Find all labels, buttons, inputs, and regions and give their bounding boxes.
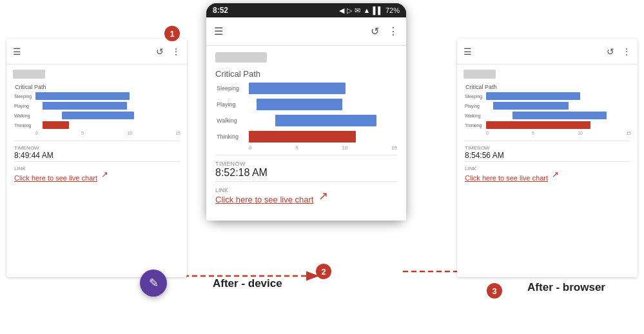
phone-timenow: TIMENOW 8:52:18 AM xyxy=(206,155,406,181)
phone-avatar xyxy=(215,52,267,63)
left-x-axis: 051015 xyxy=(35,131,181,135)
right-menu-icon[interactable]: ☰ xyxy=(463,46,472,57)
left-avatar-row xyxy=(6,64,187,81)
badge-1: 1 xyxy=(164,26,180,41)
badge-2: 2 xyxy=(316,264,331,279)
phone-chart-title: Critical Path xyxy=(215,69,397,79)
phone-link-row: Link Click here to see live chart ↗ xyxy=(206,182,406,208)
right-refresh-icon[interactable]: ↺ xyxy=(607,46,614,57)
left-link-row: Link Click here to see live chart ↗ xyxy=(6,162,187,184)
right-more-icon[interactable]: ⋮ xyxy=(622,46,631,57)
left-chart-title: Critical Path xyxy=(13,84,181,90)
phone-menu-icon[interactable]: ☰ xyxy=(214,25,223,37)
right-x-axis: 051015 xyxy=(486,131,631,135)
left-gantt: Sleeping Playing Walking T xyxy=(13,92,181,135)
right-external-link-icon[interactable]: ↗ xyxy=(552,170,559,179)
annotation-center: After - device xyxy=(213,277,282,290)
right-chart-title: Critical Path xyxy=(463,84,631,90)
annotation-right: After - browser xyxy=(527,281,605,294)
right-chart-area: Critical Path Sleeping Playing Walking xyxy=(457,81,638,141)
right-avatar xyxy=(463,70,496,79)
left-live-chart-link[interactable]: Click here to see live chart xyxy=(14,174,97,182)
left-panel-toolbar: ☰ ↺ ⋮ xyxy=(6,39,187,64)
left-chart-area: Critical Path Sleeping Playing Walking xyxy=(6,81,187,141)
right-panel-toolbar: ☰ ↺ ⋮ xyxy=(457,39,638,64)
badge-3: 3 xyxy=(487,283,502,299)
phone-chart-area: Critical Path Sleeping Playing xyxy=(206,66,406,155)
left-external-link-icon[interactable]: ↗ xyxy=(101,170,108,179)
left-panel: ☰ ↺ ⋮ Critical Path Sleeping Playing xyxy=(6,39,187,277)
phone-refresh-icon[interactable]: ↺ xyxy=(371,25,379,37)
phone-status-icons: ◀▷✉▲▌▌72% xyxy=(339,6,400,15)
right-link-row: Link Click here to see live chart ↗ xyxy=(457,162,638,184)
phone-time: 8:52 xyxy=(213,6,228,15)
phone-x-axis: 051015 xyxy=(249,145,397,151)
left-avatar xyxy=(13,70,45,79)
phone-panel: 8:52 ◀▷✉▲▌▌72% ☰ ↺ ⋮ Critical Path Sleep… xyxy=(206,3,406,221)
right-gantt: Sleeping Playing Walking T xyxy=(463,92,631,135)
phone-status-bar: 8:52 ◀▷✉▲▌▌72% xyxy=(206,3,406,17)
right-avatar-row xyxy=(457,64,638,81)
right-timenow-field: TIMENOW 8:54:56 AM xyxy=(457,141,638,161)
fab-edit-icon: ✎ xyxy=(149,276,159,290)
phone-gantt: Sleeping Playing Walking xyxy=(215,83,397,151)
right-live-chart-link[interactable]: Click here to see live chart xyxy=(465,174,548,182)
phone-more-icon[interactable]: ⋮ xyxy=(388,25,398,37)
phone-external-link-icon[interactable]: ↗ xyxy=(318,189,328,203)
left-refresh-icon[interactable]: ↺ xyxy=(156,46,164,57)
phone-avatar-row xyxy=(206,46,406,66)
right-panel: ☰ ↺ ⋮ Critical Path Sleeping Playing xyxy=(457,39,638,277)
phone-app-content: Critical Path Sleeping Playing xyxy=(206,46,406,221)
left-menu-icon[interactable]: ☰ xyxy=(13,46,21,57)
phone-live-chart-link[interactable]: Click here to see live chart xyxy=(215,195,313,204)
fab-button[interactable]: ✎ xyxy=(140,270,167,297)
left-more-icon[interactable]: ⋮ xyxy=(171,46,181,57)
phone-app-toolbar: ☰ ↺ ⋮ xyxy=(206,17,406,46)
left-timenow-field: TIMENOW 8:49:44 AM xyxy=(6,141,187,161)
